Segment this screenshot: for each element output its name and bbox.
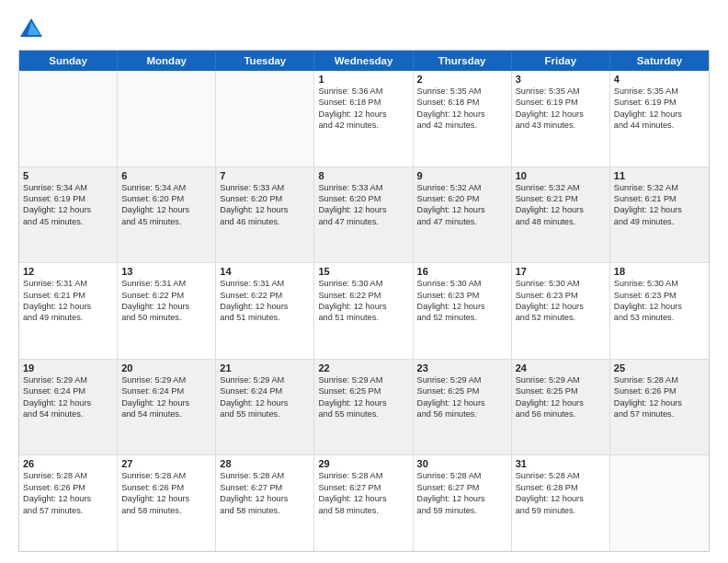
cell-info-line: Sunrise: 5:34 AM [23, 182, 113, 193]
cell-info-line: Sunrise: 5:33 AM [220, 182, 310, 193]
cell-info-line: Daylight: 12 hours [614, 301, 705, 312]
calendar-cell-day-2: 2Sunrise: 5:35 AMSunset: 6:18 PMDaylight… [414, 71, 512, 167]
cell-info-line: Sunrise: 5:35 AM [516, 86, 606, 97]
cell-info-line: Sunset: 6:25 PM [417, 385, 507, 396]
cell-info-line: and 57 minutes. [23, 505, 113, 516]
day-number: 4 [614, 74, 705, 85]
cell-info-line: Daylight: 12 hours [516, 397, 606, 408]
cell-info-line: Sunset: 6:24 PM [23, 385, 113, 396]
day-number: 5 [23, 170, 113, 181]
cell-info-line: and 54 minutes. [121, 408, 211, 419]
day-number: 19 [23, 362, 113, 373]
day-number: 1 [318, 74, 408, 85]
cell-info-line: Sunrise: 5:30 AM [417, 278, 507, 289]
day-number: 16 [417, 266, 507, 277]
cell-info-line: Daylight: 12 hours [23, 301, 113, 312]
cell-info-line: Sunset: 6:19 PM [516, 97, 606, 108]
cell-info-line: Sunrise: 5:35 AM [614, 86, 705, 97]
cell-info-line: Daylight: 12 hours [121, 301, 211, 312]
calendar-cell-day-24: 24Sunrise: 5:29 AMSunset: 6:25 PMDayligh… [512, 360, 610, 455]
header [18, 17, 710, 42]
cell-info-line: Sunrise: 5:28 AM [220, 470, 310, 481]
cell-info-line: Daylight: 12 hours [614, 109, 705, 120]
day-number: 14 [220, 266, 310, 277]
day-number: 9 [417, 170, 507, 181]
cell-info-line: Sunrise: 5:30 AM [614, 278, 705, 289]
calendar-row-4: 19Sunrise: 5:29 AMSunset: 6:24 PMDayligh… [19, 360, 709, 456]
cell-info-line: and 50 minutes. [121, 312, 211, 323]
cell-info-line: Sunset: 6:21 PM [516, 193, 606, 204]
cell-info-line: and 49 minutes. [23, 312, 113, 323]
day-number: 29 [318, 458, 408, 469]
cell-info-line: Daylight: 12 hours [417, 493, 507, 504]
calendar-cell-day-13: 13Sunrise: 5:31 AMSunset: 6:22 PMDayligh… [118, 263, 216, 359]
cell-info-line: Daylight: 12 hours [516, 109, 606, 120]
cell-info-line: Daylight: 12 hours [220, 493, 310, 504]
cell-info-line: and 56 minutes. [516, 408, 606, 419]
calendar-header: SundayMondayTuesdayWednesdayThursdayFrid… [19, 51, 709, 71]
cell-info-line: Sunrise: 5:32 AM [516, 182, 606, 193]
cell-info-line: and 53 minutes. [614, 312, 705, 323]
cell-info-line: and 51 minutes. [220, 312, 310, 323]
calendar-cell-day-16: 16Sunrise: 5:30 AMSunset: 6:23 PMDayligh… [414, 263, 512, 359]
day-number: 12 [23, 266, 113, 277]
cell-info-line: Daylight: 12 hours [318, 109, 408, 120]
cell-info-line: Sunrise: 5:29 AM [318, 374, 408, 385]
calendar-cell-day-7: 7Sunrise: 5:33 AMSunset: 6:20 PMDaylight… [216, 167, 314, 263]
cell-info-line: and 58 minutes. [220, 505, 310, 516]
cell-info-line: Sunrise: 5:28 AM [318, 470, 408, 481]
cell-info-line: Sunrise: 5:28 AM [121, 470, 211, 481]
cell-info-line: Sunrise: 5:30 AM [318, 278, 408, 289]
cell-info-line: Sunrise: 5:32 AM [614, 182, 705, 193]
cell-info-line: and 46 minutes. [220, 216, 310, 227]
calendar-cell-day-12: 12Sunrise: 5:31 AMSunset: 6:21 PMDayligh… [19, 263, 118, 359]
calendar-cell-day-21: 21Sunrise: 5:29 AMSunset: 6:24 PMDayligh… [216, 360, 314, 455]
cell-info-line: and 55 minutes. [318, 408, 408, 419]
cell-info-line: Sunset: 6:18 PM [318, 97, 408, 108]
cell-info-line: and 57 minutes. [614, 408, 705, 419]
cell-info-line: Sunset: 6:20 PM [121, 193, 211, 204]
cell-info-line: and 45 minutes. [121, 216, 211, 227]
calendar-cell-day-31: 31Sunrise: 5:28 AMSunset: 6:28 PMDayligh… [512, 455, 610, 551]
cell-info-line: and 56 minutes. [417, 408, 507, 419]
cell-info-line: Daylight: 12 hours [417, 301, 507, 312]
cell-info-line: Sunrise: 5:35 AM [417, 86, 507, 97]
cell-info-line: and 47 minutes. [318, 216, 408, 227]
cell-info-line: Sunset: 6:19 PM [23, 193, 113, 204]
cell-info-line: Sunset: 6:27 PM [318, 482, 408, 493]
day-number: 2 [417, 74, 507, 85]
calendar-cell-day-27: 27Sunrise: 5:28 AMSunset: 6:26 PMDayligh… [118, 455, 216, 551]
cell-info-line: Sunset: 6:24 PM [220, 385, 310, 396]
day-number: 27 [121, 458, 211, 469]
header-day-tuesday: Tuesday [216, 51, 314, 71]
cell-info-line: Sunrise: 5:29 AM [23, 374, 113, 385]
day-number: 23 [417, 362, 507, 373]
day-number: 3 [516, 74, 606, 85]
cell-info-line: and 42 minutes. [417, 120, 507, 131]
calendar-row-1: 1Sunrise: 5:36 AMSunset: 6:18 PMDaylight… [19, 71, 709, 167]
cell-info-line: Sunset: 6:26 PM [23, 482, 113, 493]
cell-info-line: Sunset: 6:24 PM [121, 385, 211, 396]
cell-info-line: and 51 minutes. [318, 312, 408, 323]
day-number: 11 [614, 170, 705, 181]
cell-info-line: Sunset: 6:21 PM [614, 193, 705, 204]
cell-info-line: Daylight: 12 hours [417, 397, 507, 408]
cell-info-line: and 55 minutes. [220, 408, 310, 419]
calendar-cell-empty [610, 455, 709, 551]
day-number: 17 [516, 266, 606, 277]
calendar-cell-day-22: 22Sunrise: 5:29 AMSunset: 6:25 PMDayligh… [314, 360, 413, 455]
cell-info-line: Sunset: 6:27 PM [417, 482, 507, 493]
calendar-row-2: 5Sunrise: 5:34 AMSunset: 6:19 PMDaylight… [19, 167, 709, 264]
cell-info-line: Daylight: 12 hours [516, 204, 606, 215]
calendar-cell-empty [19, 71, 118, 167]
cell-info-line: Sunrise: 5:28 AM [23, 470, 113, 481]
cell-info-line: and 45 minutes. [23, 216, 113, 227]
cell-info-line: and 59 minutes. [516, 505, 606, 516]
cell-info-line: Daylight: 12 hours [318, 397, 408, 408]
cell-info-line: and 47 minutes. [417, 216, 507, 227]
cell-info-line: Daylight: 12 hours [23, 397, 113, 408]
cell-info-line: Daylight: 12 hours [121, 493, 211, 504]
calendar: SundayMondayTuesdayWednesdayThursdayFrid… [18, 50, 710, 552]
header-day-wednesday: Wednesday [314, 51, 413, 71]
cell-info-line: Sunrise: 5:29 AM [417, 374, 507, 385]
